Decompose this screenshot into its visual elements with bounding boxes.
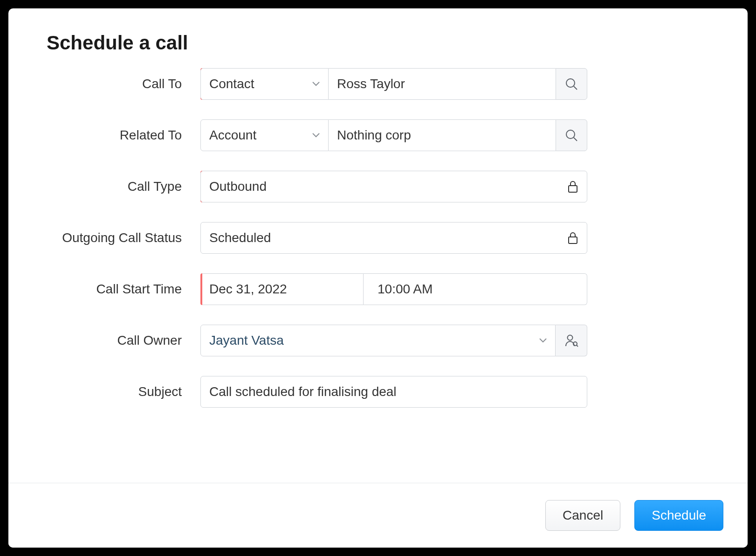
svg-line-1 — [574, 86, 577, 90]
cancel-button[interactable]: Cancel — [545, 500, 620, 531]
field-call-type: Outbound — [200, 171, 587, 202]
dialog-body: Schedule a call Call To Contact Ross Tay… — [8, 8, 748, 483]
required-indicator — [200, 273, 202, 305]
call-to-value: Ross Taylor — [337, 76, 405, 91]
call-to-type-select[interactable]: Contact — [200, 68, 329, 100]
label-start-time: Call Start Time — [47, 282, 200, 297]
search-icon — [564, 128, 578, 142]
svg-point-2 — [566, 130, 575, 139]
label-call-type: Call Type — [47, 179, 200, 194]
start-time-value: 10:00 AM — [378, 282, 433, 297]
svg-line-3 — [574, 138, 577, 141]
field-call-owner: Jayant Vatsa — [200, 325, 587, 356]
start-time-input[interactable]: 10:00 AM — [364, 273, 587, 305]
schedule-button-label: Schedule — [652, 508, 706, 523]
call-to-lookup-input[interactable]: Ross Taylor — [329, 68, 556, 100]
related-to-search-button[interactable] — [556, 119, 587, 151]
lock-icon — [567, 231, 578, 244]
call-to-search-button[interactable] — [556, 68, 587, 100]
row-subject: Subject — [47, 376, 720, 408]
dialog-window: Schedule a call Call To Contact Ross Tay… — [8, 8, 748, 548]
user-search-icon — [564, 334, 578, 348]
call-owner-select[interactable]: Jayant Vatsa — [200, 325, 556, 356]
svg-rect-4 — [569, 186, 577, 192]
related-to-lookup-input[interactable]: Nothing corp — [329, 119, 556, 151]
outgoing-status-value: Scheduled — [209, 230, 271, 245]
start-date-value: Dec 31, 2022 — [209, 282, 287, 297]
dialog-footer: Cancel Schedule — [8, 483, 748, 548]
row-start-time: Call Start Time Dec 31, 2022 10:00 AM — [47, 273, 720, 305]
outgoing-status-input: Scheduled — [200, 222, 587, 254]
svg-line-8 — [577, 345, 578, 347]
call-to-type-value: Contact — [209, 76, 254, 91]
field-call-to: Contact Ross Taylor — [200, 68, 587, 100]
field-start-time: Dec 31, 2022 10:00 AM — [200, 273, 587, 305]
label-subject: Subject — [47, 384, 200, 399]
chevron-down-icon — [539, 338, 547, 343]
row-call-type: Call Type Outbound — [47, 171, 720, 202]
field-subject — [200, 376, 587, 408]
label-call-to: Call To — [47, 76, 200, 91]
field-outgoing-status: Scheduled — [200, 222, 587, 254]
label-call-owner: Call Owner — [47, 333, 200, 348]
row-related-to: Related To Account Nothing corp — [47, 119, 720, 151]
call-type-input: Outbound — [200, 171, 587, 202]
cancel-button-label: Cancel — [563, 508, 603, 523]
row-call-owner: Call Owner Jayant Vatsa — [47, 325, 720, 356]
dialog-title: Schedule a call — [47, 32, 720, 54]
schedule-button[interactable]: Schedule — [634, 500, 723, 531]
related-to-type-value: Account — [209, 128, 256, 143]
call-type-value: Outbound — [209, 179, 267, 194]
chevron-down-icon — [312, 133, 320, 138]
related-to-value: Nothing corp — [337, 128, 411, 143]
field-related-to: Account Nothing corp — [200, 119, 587, 151]
label-related-to: Related To — [47, 128, 200, 143]
svg-point-0 — [566, 79, 575, 87]
svg-point-6 — [567, 335, 572, 341]
call-owner-lookup-button[interactable] — [556, 325, 587, 356]
row-call-to: Call To Contact Ross Taylor — [47, 68, 720, 100]
call-owner-value: Jayant Vatsa — [209, 333, 284, 348]
subject-input[interactable] — [200, 376, 587, 408]
row-outgoing-status: Outgoing Call Status Scheduled — [47, 222, 720, 254]
related-to-type-select[interactable]: Account — [200, 119, 329, 151]
chevron-down-icon — [312, 82, 320, 86]
label-outgoing-status: Outgoing Call Status — [47, 230, 200, 245]
svg-rect-5 — [569, 237, 577, 243]
search-icon — [564, 77, 578, 91]
start-date-input[interactable]: Dec 31, 2022 — [200, 273, 364, 305]
lock-icon — [567, 180, 578, 193]
